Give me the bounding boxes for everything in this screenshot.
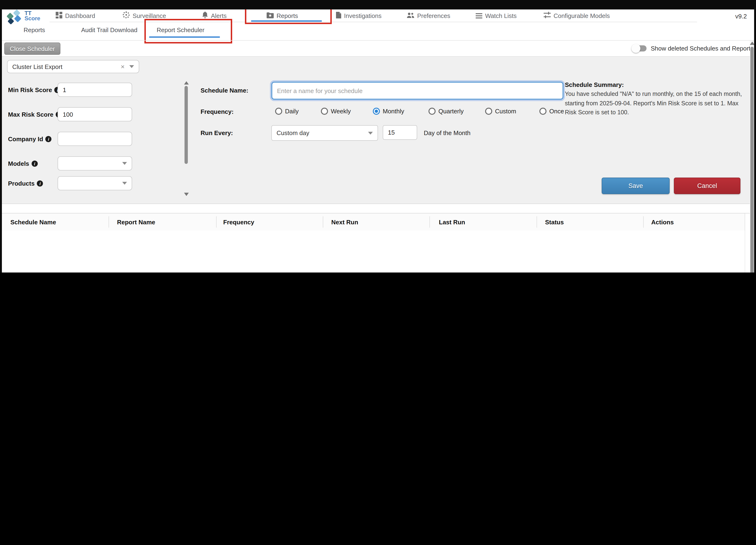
radio-quarterly[interactable]: Quarterly [428, 108, 464, 115]
column-header[interactable]: Last Run [439, 219, 465, 226]
column-header[interactable]: Next Run [331, 219, 358, 226]
chevron-down-icon [122, 162, 127, 165]
filter-scrollbar[interactable] [184, 81, 188, 196]
schedules-table-header: Schedule Name Report Name Frequency Next… [2, 213, 745, 231]
nav-item-preferences[interactable]: Preferences [407, 9, 450, 22]
document-icon [336, 12, 341, 20]
schedule-name-label: Schedule Name: [201, 87, 248, 94]
column-separator[interactable] [109, 216, 109, 227]
radio-monthly-selected[interactable]: Monthly [373, 108, 404, 115]
radio-circle[interactable] [428, 108, 436, 115]
tabs-divider [2, 40, 754, 41]
logo-diamond-navy [8, 18, 14, 25]
day-of-month-suffix: Day of the Month [424, 129, 470, 136]
show-deleted-label: Show deleted Schedules and Reports [651, 45, 753, 52]
tab-reports[interactable]: Reports [24, 26, 45, 34]
nav-item-watch-lists[interactable]: Watch Lists [476, 9, 517, 22]
list-lines-icon [476, 12, 482, 20]
column-header[interactable]: Actions [651, 219, 674, 226]
scrollbar-up-arrow[interactable] [184, 81, 189, 84]
day-of-month-input[interactable] [383, 125, 417, 140]
logo-text-score: Score [25, 16, 40, 21]
window-frame-left [0, 0, 2, 272]
nav-label: Dashboard [65, 12, 95, 19]
products-select[interactable] [58, 176, 132, 190]
report-scheduler-highlight-box [144, 19, 232, 43]
column-separator[interactable] [429, 216, 430, 227]
column-separator[interactable] [643, 216, 644, 227]
cancel-button[interactable]: Cancel [674, 177, 740, 194]
field-label-min-risk-score: Min Risk Scorei [8, 86, 60, 93]
people-icon [407, 12, 414, 20]
logo-diamond-blue [14, 15, 21, 22]
clear-x-icon[interactable]: × [121, 63, 125, 70]
models-select[interactable] [58, 156, 132, 170]
run-every-label: Run Every: [201, 129, 233, 136]
toggle-track[interactable] [632, 45, 647, 51]
info-icon[interactable]: i [32, 160, 38, 167]
nav-label: Surveillance [133, 12, 166, 19]
scrollbar-thumb[interactable] [750, 47, 754, 272]
company-id-input[interactable] [58, 132, 132, 146]
run-every-select[interactable]: Custom day [271, 125, 378, 141]
field-label-company-id: Company Idi [8, 135, 52, 143]
show-deleted-toggle[interactable] [632, 45, 647, 51]
column-separator[interactable] [323, 216, 323, 227]
radio-circle[interactable] [321, 108, 328, 115]
nav-label: Configurable Models [554, 12, 610, 19]
nav-label: Preferences [417, 12, 450, 19]
column-separator[interactable] [537, 216, 537, 227]
nav-item-dashboard[interactable]: Dashboard [56, 9, 95, 22]
scrollbar-thumb[interactable] [185, 86, 188, 164]
app-version: v9.2 [735, 13, 747, 20]
chevron-down-icon [368, 131, 373, 134]
window-frame-right [754, 0, 756, 272]
close-scheduler-button[interactable]: Close Scheduler [4, 42, 60, 55]
nav-item-configurable-models[interactable]: Configurable Models [544, 9, 610, 22]
radio-circle-selected[interactable] [373, 108, 380, 115]
chevron-down-icon[interactable] [129, 65, 134, 68]
schedules-table-body: No Rows To Show [2, 230, 745, 272]
min-risk-score-input[interactable] [58, 83, 132, 97]
column-header[interactable]: Report Name [117, 219, 155, 226]
field-label-max-risk-score: Max Risk Scorei [8, 111, 62, 118]
save-button[interactable]: Save [602, 177, 670, 194]
page-scrollbar[interactable] [750, 41, 754, 272]
nav-label: Investigations [344, 12, 382, 19]
schedule-summary-title: Schedule Summary: [565, 81, 624, 88]
scrollbar-up-arrow[interactable] [750, 42, 755, 45]
radio-circle[interactable] [485, 108, 492, 115]
radio-daily[interactable]: Daily [275, 108, 299, 115]
app-window: TT Score Dashboard Surveillance Alerts R… [0, 0, 756, 272]
surveillance-icon [123, 11, 130, 20]
info-icon[interactable]: i [46, 136, 52, 142]
field-label-products: Productsi [8, 180, 43, 187]
radio-circle[interactable] [275, 108, 282, 115]
schedule-name-input[interactable] [272, 83, 563, 99]
tt-score-logo[interactable]: TT Score [6, 10, 48, 22]
column-header[interactable]: Frequency [223, 219, 254, 226]
max-risk-score-input[interactable] [58, 107, 132, 121]
nav-label: Alerts [211, 12, 227, 19]
radio-custom[interactable]: Custom [485, 108, 516, 115]
radio-once[interactable]: Once [539, 108, 564, 115]
schedule-summary-text: You have scheduled "N/A" to run monthly,… [565, 90, 745, 117]
radio-circle[interactable] [539, 108, 546, 115]
radio-weekly[interactable]: Weekly [321, 108, 351, 115]
sliders-icon [544, 12, 551, 20]
schedule-name-field[interactable] [271, 82, 563, 100]
frequency-label: Frequency: [201, 108, 234, 115]
run-every-select-value: Custom day [277, 129, 309, 136]
info-icon[interactable]: i [37, 180, 43, 186]
scrollbar-down-arrow[interactable] [184, 193, 189, 196]
column-separator[interactable] [216, 216, 217, 227]
nav-item-investigations[interactable]: Investigations [336, 9, 382, 22]
report-select[interactable]: Cluster List Export × [7, 60, 139, 73]
column-header[interactable]: Schedule Name [10, 219, 56, 226]
toggle-knob[interactable] [631, 44, 640, 53]
column-header[interactable]: Status [545, 219, 564, 226]
window-frame-top [0, 0, 756, 9]
field-label-models: Modelsi [8, 160, 38, 167]
chevron-down-icon [122, 182, 127, 185]
tab-audit-trail-download[interactable]: Audit Trail Download [81, 26, 137, 34]
